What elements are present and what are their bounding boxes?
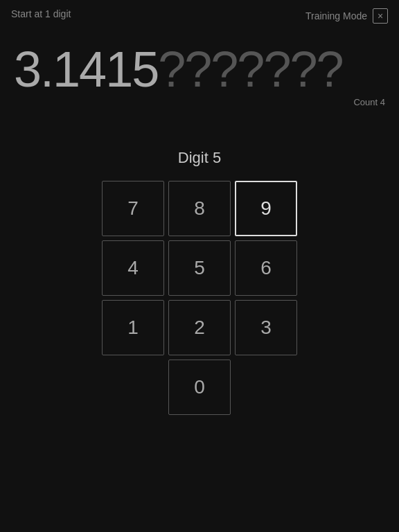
header: Start at 1 digit Training Mode × <box>0 0 399 24</box>
pi-known-digits: 3.1415 <box>14 42 158 97</box>
close-button[interactable]: × <box>373 8 388 24</box>
digit-2-button[interactable]: 2 <box>168 300 231 355</box>
digit-7-button[interactable]: 7 <box>102 181 164 236</box>
digit-8-button[interactable]: 8 <box>168 181 231 236</box>
digit-prompt: Digit 5 <box>0 149 399 167</box>
numpad: 7 8 9 4 5 6 1 2 3 0 <box>0 181 399 415</box>
pi-display: 3.1415??????? <box>0 44 399 94</box>
digit-1-button[interactable]: 1 <box>102 300 164 355</box>
count-label: Count 4 <box>0 97 399 107</box>
numpad-row-1: 7 8 9 <box>102 181 297 236</box>
pi-unknown-digits: ??????? <box>158 42 342 97</box>
header-right: Training Mode × <box>305 8 388 24</box>
numpad-row-2: 4 5 6 <box>102 240 297 296</box>
digit-4-button[interactable]: 4 <box>102 240 164 296</box>
digit-0-button[interactable]: 0 <box>168 360 231 415</box>
numpad-row-3: 1 2 3 <box>102 300 297 355</box>
start-label: Start at 1 digit <box>11 8 71 19</box>
numpad-row-4: 0 <box>168 360 231 415</box>
digit-3-button[interactable]: 3 <box>235 300 297 355</box>
digit-5-button[interactable]: 5 <box>168 240 231 296</box>
digit-6-button[interactable]: 6 <box>235 240 297 296</box>
digit-9-button[interactable]: 9 <box>235 181 297 236</box>
training-mode-label: Training Mode <box>305 10 367 21</box>
close-icon: × <box>378 10 383 21</box>
